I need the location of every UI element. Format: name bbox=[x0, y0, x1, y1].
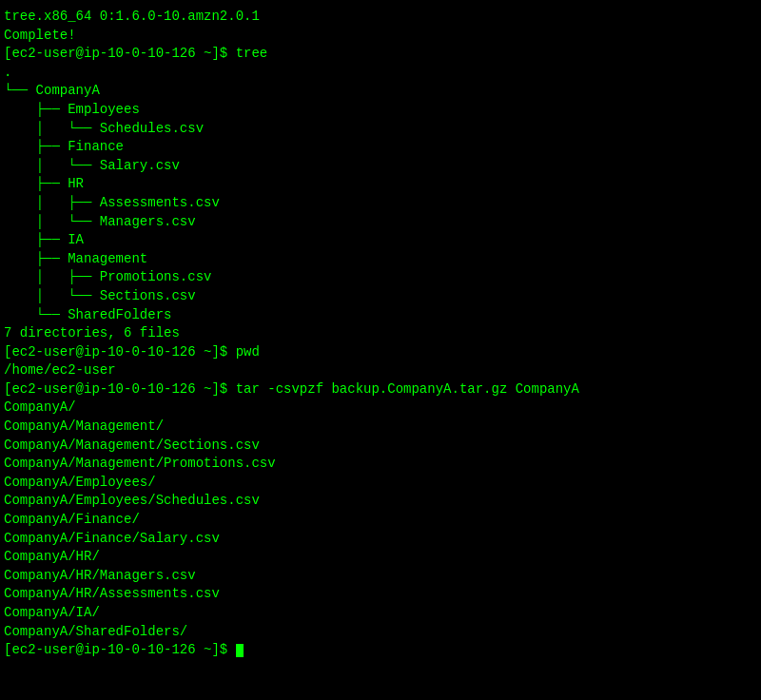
terminal-line: [ec2-user@ip-10-0-10-126 ~]$ tree bbox=[4, 45, 757, 64]
terminal-line: 7 directories, 6 files bbox=[4, 324, 757, 343]
terminal-line: │ └── Managers.csv bbox=[4, 213, 757, 232]
terminal-line: /home/ec2-user bbox=[4, 361, 757, 380]
terminal-line: │ └── Schedules.csv bbox=[4, 120, 757, 139]
terminal-line: └── CompanyA bbox=[4, 82, 757, 101]
terminal: tree.x86_64 0:1.6.0-10.amzn2.0.1Complete… bbox=[4, 8, 757, 692]
terminal-line: . bbox=[4, 64, 757, 83]
terminal-line: CompanyA/SharedFolders/ bbox=[4, 623, 757, 642]
terminal-line: CompanyA/Management/Promotions.csv bbox=[4, 455, 757, 474]
terminal-line: CompanyA/HR/Managers.csv bbox=[4, 567, 757, 586]
terminal-line: [ec2-user@ip-10-0-10-126 ~]$ tar -csvpzf… bbox=[4, 380, 757, 399]
terminal-line: ├── IA bbox=[4, 231, 757, 250]
terminal-line: │ └── Sections.csv bbox=[4, 287, 757, 306]
terminal-line: tree.x86_64 0:1.6.0-10.amzn2.0.1 bbox=[4, 8, 757, 27]
terminal-line: │ ├── Assessments.csv bbox=[4, 194, 757, 213]
terminal-line: │ ├── Promotions.csv bbox=[4, 268, 757, 287]
terminal-line: CompanyA/Management/ bbox=[4, 418, 757, 437]
terminal-line: CompanyA/HR/Assessments.csv bbox=[4, 585, 757, 604]
terminal-line: ├── HR bbox=[4, 175, 757, 194]
terminal-line: CompanyA/ bbox=[4, 399, 757, 418]
terminal-line: CompanyA/Finance/Salary.csv bbox=[4, 530, 757, 549]
terminal-line: CompanyA/Employees/ bbox=[4, 474, 757, 493]
terminal-line: CompanyA/Finance/ bbox=[4, 511, 757, 530]
terminal-line: ├── Finance bbox=[4, 138, 757, 157]
terminal-line: CompanyA/HR/ bbox=[4, 548, 757, 567]
terminal-line: ├── Management bbox=[4, 250, 757, 269]
terminal-line: Complete! bbox=[4, 27, 757, 46]
terminal-line: CompanyA/Employees/Schedules.csv bbox=[4, 492, 757, 511]
terminal-line: [ec2-user@ip-10-0-10-126 ~]$ pwd bbox=[4, 343, 757, 362]
terminal-line: CompanyA/Management/Sections.csv bbox=[4, 437, 757, 456]
terminal-cursor bbox=[236, 644, 244, 657]
terminal-line: [ec2-user@ip-10-0-10-126 ~]$ bbox=[4, 641, 757, 660]
terminal-line: CompanyA/IA/ bbox=[4, 604, 757, 623]
terminal-line: │ └── Salary.csv bbox=[4, 157, 757, 176]
terminal-line: └── SharedFolders bbox=[4, 306, 757, 325]
terminal-line: ├── Employees bbox=[4, 101, 757, 120]
